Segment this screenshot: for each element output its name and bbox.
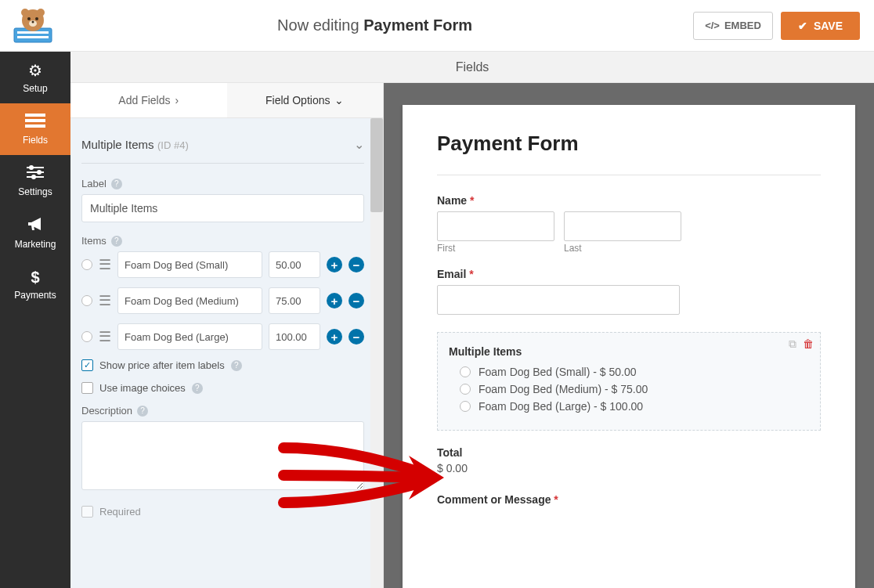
- show-price-label: Show price after item labels: [99, 359, 225, 371]
- add-item-button[interactable]: +: [327, 293, 342, 308]
- tab-field-options[interactable]: Field Options ⌄: [227, 83, 384, 117]
- drag-handle-icon[interactable]: ☰: [99, 292, 111, 309]
- nav-setup[interactable]: ⚙ Setup: [0, 52, 70, 103]
- radio-icon[interactable]: [460, 384, 471, 395]
- nav-rail: ⚙ Setup Fields Settings Marketing $ Paym…: [0, 52, 70, 588]
- svg-rect-12: [25, 124, 45, 128]
- help-icon[interactable]: ?: [192, 383, 203, 394]
- add-item-button[interactable]: +: [327, 257, 342, 272]
- description-input[interactable]: [81, 421, 364, 490]
- chevron-down-icon: ⌄: [354, 137, 364, 152]
- default-radio[interactable]: [81, 295, 92, 306]
- scrollbar[interactable]: [370, 118, 383, 588]
- sliders-icon: [27, 165, 44, 183]
- help-icon[interactable]: ?: [137, 406, 148, 417]
- tab-add-fields[interactable]: Add Fields ›: [70, 83, 227, 117]
- image-choices-label: Use image choices: [99, 382, 186, 394]
- mi-option-label: Foam Dog Bed (Medium) - $ 75.00: [479, 383, 648, 395]
- email-label: Email *: [437, 268, 821, 280]
- svg-rect-11: [25, 119, 45, 122]
- item-price-input[interactable]: [269, 287, 320, 314]
- remove-item-button[interactable]: −: [349, 257, 364, 272]
- form-title: Payment Form: [437, 132, 821, 175]
- item-name-input[interactable]: [117, 251, 262, 278]
- trash-icon[interactable]: 🗑: [803, 337, 814, 351]
- item-row: ☰ + −: [81, 323, 364, 350]
- field-group-header[interactable]: Multiple Items (ID #4) ⌄: [81, 131, 364, 164]
- svg-point-16: [37, 170, 42, 175]
- remove-item-button[interactable]: −: [349, 293, 364, 308]
- group-title: Multiple Items: [81, 138, 154, 151]
- comment-label: Comment or Message *: [437, 493, 821, 506]
- svg-point-5: [37, 9, 45, 16]
- nav-settings-label: Settings: [18, 186, 52, 197]
- first-sublabel: First: [437, 243, 554, 254]
- total-value: $ 0.00: [437, 462, 821, 474]
- duplicate-icon[interactable]: ⧉: [789, 337, 796, 351]
- last-sublabel: Last: [564, 243, 681, 254]
- multiple-items-block[interactable]: ⧉ 🗑 Multiple Items Foam Dog Bed (Small) …: [437, 332, 821, 431]
- mi-option[interactable]: Foam Dog Bed (Small) - $ 50.00: [449, 366, 809, 378]
- nav-marketing[interactable]: Marketing: [0, 207, 70, 258]
- nav-settings[interactable]: Settings: [0, 155, 70, 207]
- check-icon: ✔: [798, 20, 807, 32]
- required-checkbox-row: Required: [81, 506, 364, 518]
- svg-rect-10: [25, 114, 45, 117]
- item-row: ☰ + −: [81, 287, 364, 314]
- item-price-input[interactable]: [269, 323, 320, 350]
- first-name-input[interactable]: [437, 211, 554, 241]
- drag-handle-icon[interactable]: ☰: [99, 256, 111, 273]
- item-name-input[interactable]: [117, 323, 262, 350]
- add-item-button[interactable]: +: [327, 329, 342, 345]
- help-icon[interactable]: ?: [111, 179, 122, 189]
- editing-title: Now editing Payment Form: [56, 16, 693, 34]
- radio-icon[interactable]: [460, 401, 471, 412]
- nav-payments-label: Payments: [14, 290, 56, 301]
- svg-point-18: [31, 175, 36, 179]
- required-asterisk: *: [551, 493, 558, 506]
- default-radio[interactable]: [81, 331, 92, 342]
- scroll-thumb[interactable]: [370, 118, 383, 212]
- nav-marketing-label: Marketing: [15, 239, 56, 250]
- nav-fields[interactable]: Fields: [0, 103, 70, 155]
- svg-rect-2: [17, 36, 49, 38]
- image-choices-checkbox-row: Use image choices ?: [81, 382, 364, 394]
- image-choices-checkbox[interactable]: [81, 382, 93, 394]
- required-asterisk: *: [466, 268, 473, 280]
- form-name: Payment Form: [363, 16, 472, 34]
- email-input[interactable]: [437, 285, 680, 315]
- item-name-input[interactable]: [117, 287, 262, 314]
- embed-button[interactable]: </> EMBED: [693, 12, 773, 40]
- chevron-right-icon: ›: [175, 94, 179, 106]
- default-radio[interactable]: [81, 259, 92, 270]
- code-icon: </>: [705, 20, 720, 31]
- radio-icon[interactable]: [460, 366, 471, 377]
- show-price-checkbox[interactable]: ✓: [81, 359, 93, 371]
- topbar: Now editing Payment Form </> EMBED ✔ SAV…: [0, 0, 874, 52]
- svg-rect-1: [17, 31, 49, 34]
- gear-icon: ⚙: [28, 61, 42, 80]
- svg-point-9: [32, 20, 34, 23]
- label-input[interactable]: [81, 194, 364, 222]
- svg-point-4: [21, 9, 29, 16]
- mi-option[interactable]: Foam Dog Bed (Medium) - $ 75.00: [449, 383, 809, 395]
- required-checkbox[interactable]: [81, 506, 93, 518]
- nav-setup-label: Setup: [23, 83, 47, 94]
- last-name-input[interactable]: [564, 211, 681, 241]
- group-id: (ID #4): [157, 139, 189, 151]
- bullhorn-icon: [27, 216, 44, 236]
- item-price-input[interactable]: [269, 251, 320, 278]
- save-button[interactable]: ✔ SAVE: [781, 12, 860, 40]
- nav-payments[interactable]: $ Payments: [0, 258, 70, 310]
- drag-handle-icon[interactable]: ☰: [99, 328, 111, 345]
- remove-item-button[interactable]: −: [349, 329, 364, 345]
- required-asterisk: *: [467, 194, 474, 207]
- mi-option[interactable]: Foam Dog Bed (Large) - $ 100.00: [449, 400, 809, 413]
- items-heading: Items ?: [81, 235, 364, 247]
- now-editing-prefix: Now editing: [277, 16, 359, 34]
- name-label: Name *: [437, 194, 821, 207]
- total-label: Total: [437, 446, 821, 459]
- help-icon[interactable]: ?: [231, 360, 242, 371]
- item-row: ☰ + −: [81, 251, 364, 278]
- help-icon[interactable]: ?: [111, 236, 122, 247]
